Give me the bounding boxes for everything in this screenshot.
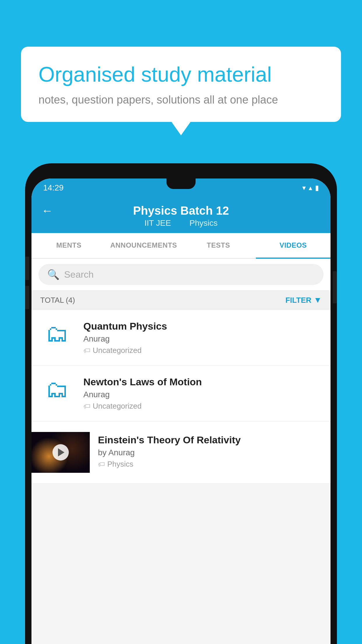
search-bar[interactable]: 🔍 Search bbox=[38, 264, 324, 285]
battery-icon: ▮ bbox=[315, 184, 319, 192]
search-container: 🔍 Search bbox=[31, 259, 331, 290]
search-input[interactable]: Search bbox=[64, 269, 94, 280]
tag-label: Uncategorized bbox=[93, 402, 142, 411]
list-item[interactable]: 🗂 Newton's Laws of Motion Anurag 🏷 Uncat… bbox=[31, 366, 331, 421]
search-icon: 🔍 bbox=[47, 269, 59, 280]
video-tag: 🏷 Uncategorized bbox=[83, 346, 322, 355]
subtitle-iitjee: IIT JEE bbox=[144, 218, 171, 228]
phone-screen: 14:29 ▾ ▴ ▮ ← Physics Batch 12 IIT JEE P… bbox=[31, 178, 331, 644]
app-header: ← Physics Batch 12 IIT JEE Physics bbox=[31, 197, 331, 233]
filter-button[interactable]: FILTER ▼ bbox=[285, 295, 322, 305]
tag-icon: 🏷 bbox=[83, 346, 90, 355]
total-count: TOTAL (4) bbox=[40, 296, 75, 305]
video-author: Anurag bbox=[83, 390, 322, 399]
power-button[interactable] bbox=[333, 271, 337, 303]
video-thumbnail: 🗂 bbox=[40, 376, 75, 402]
video-author: Anurag bbox=[83, 334, 322, 344]
video-thumbnail-image bbox=[31, 432, 90, 473]
back-button[interactable]: ← bbox=[41, 204, 53, 217]
camera-notch bbox=[166, 178, 196, 189]
status-icons: ▾ ▴ ▮ bbox=[302, 184, 319, 192]
header-title: Physics Batch 12 bbox=[133, 204, 229, 217]
bubble-heading: Organised study material bbox=[38, 62, 324, 87]
video-tag: 🏷 Physics bbox=[98, 460, 322, 469]
video-thumbnail: 🗂 bbox=[40, 321, 75, 347]
play-button[interactable] bbox=[52, 444, 69, 461]
tab-tests[interactable]: TESTS bbox=[181, 233, 256, 258]
video-list: 🗂 Quantum Physics Anurag 🏷 Uncategorized… bbox=[31, 310, 331, 484]
folder-icon: 🗂 bbox=[45, 320, 69, 347]
wifi-icon: ▾ bbox=[302, 184, 306, 192]
subtitle-physics: Physics bbox=[189, 218, 217, 228]
video-info: Einstein's Theory Of Relativity by Anura… bbox=[90, 432, 331, 471]
header-subtitle: IIT JEE Physics bbox=[141, 218, 220, 228]
tab-ments[interactable]: MENTS bbox=[31, 233, 106, 258]
video-title: Einstein's Theory Of Relativity bbox=[98, 434, 322, 446]
tag-icon: 🏷 bbox=[98, 460, 105, 468]
play-icon bbox=[58, 448, 64, 456]
subtitle-sep bbox=[179, 218, 184, 228]
video-author: by Anurag bbox=[98, 448, 322, 457]
video-title: Quantum Physics bbox=[83, 321, 322, 332]
tabs: MENTS ANNOUNCEMENTS TESTS VIDEOS bbox=[31, 233, 331, 259]
phone-frame: 14:29 ▾ ▴ ▮ ← Physics Batch 12 IIT JEE P… bbox=[25, 163, 337, 644]
video-info: Quantum Physics Anurag 🏷 Uncategorized bbox=[83, 321, 322, 355]
video-tag: 🏷 Uncategorized bbox=[83, 402, 322, 411]
bubble-subtext: notes, question papers, solutions all at… bbox=[38, 94, 324, 106]
list-item[interactable]: 🗂 Quantum Physics Anurag 🏷 Uncategorized bbox=[31, 310, 331, 366]
list-item[interactable]: Einstein's Theory Of Relativity by Anura… bbox=[31, 421, 331, 484]
tab-announcements[interactable]: ANNOUNCEMENTS bbox=[106, 233, 181, 258]
signal-icon: ▴ bbox=[309, 184, 312, 192]
tab-videos[interactable]: VIDEOS bbox=[256, 233, 331, 259]
tag-icon: 🏷 bbox=[83, 402, 90, 410]
status-time: 14:29 bbox=[43, 183, 64, 192]
folder-icon: 🗂 bbox=[45, 376, 69, 403]
filter-bar: TOTAL (4) FILTER ▼ bbox=[31, 290, 331, 310]
video-title: Newton's Laws of Motion bbox=[83, 376, 322, 388]
tag-label: Physics bbox=[107, 460, 133, 469]
speech-bubble: Organised study material notes, question… bbox=[21, 47, 341, 122]
volume-up-button[interactable] bbox=[25, 257, 29, 280]
filter-label: FILTER bbox=[285, 296, 311, 305]
video-info: Newton's Laws of Motion Anurag 🏷 Uncateg… bbox=[83, 376, 322, 411]
filter-icon: ▼ bbox=[314, 295, 322, 305]
tag-label: Uncategorized bbox=[93, 346, 142, 355]
volume-down-button[interactable] bbox=[25, 286, 29, 309]
